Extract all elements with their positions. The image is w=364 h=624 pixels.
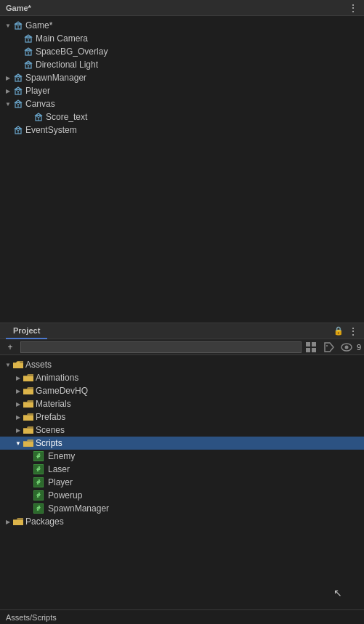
project-item-spawn-manager-script[interactable]: # SpawnManager bbox=[0, 502, 364, 515]
lock-icon[interactable]: 🔒 bbox=[333, 326, 344, 336]
laser-script-icon: # bbox=[33, 464, 44, 474]
project-item-powerup[interactable]: # Powerup bbox=[0, 489, 364, 502]
project-item-prefabs[interactable]: Prefabs bbox=[0, 410, 364, 424]
svg-marker-1 bbox=[15, 22, 21, 24]
svg-marker-26 bbox=[15, 87, 21, 89]
hierarchy-item-player[interactable]: Player bbox=[0, 84, 364, 97]
eye-icon[interactable] bbox=[339, 341, 354, 354]
cursor-indicator: ↖ bbox=[333, 587, 342, 599]
root-cube-icon bbox=[13, 20, 23, 31]
canvas-icon bbox=[13, 99, 23, 109]
svg-marker-49 bbox=[325, 343, 333, 352]
svg-marker-16 bbox=[25, 61, 31, 63]
project-item-assets[interactable]: Assets bbox=[0, 358, 364, 371]
gamedevhq-folder-icon bbox=[23, 386, 33, 396]
animations-folder-icon bbox=[23, 373, 33, 383]
hierarchy-item-event-system[interactable]: EventSystem bbox=[0, 123, 364, 137]
spawn-manager-script-icon: # bbox=[33, 503, 44, 514]
hierarchy-item-main-camera[interactable]: Main Camera bbox=[0, 32, 364, 45]
project-item-laser[interactable]: # Laser bbox=[0, 463, 364, 476]
spacebg-icon bbox=[23, 46, 33, 57]
animations-label: Animations bbox=[36, 373, 78, 383]
prefabs-arrow bbox=[13, 412, 23, 422]
project-header: Project 🔒 ⋮ bbox=[0, 323, 364, 339]
enemy-label: Enemy bbox=[48, 451, 75, 461]
svg-rect-47 bbox=[306, 348, 310, 352]
canvas-arrow bbox=[3, 99, 13, 109]
directional-light-icon bbox=[23, 60, 33, 70]
scenes-arrow bbox=[13, 425, 23, 435]
spawn-manager-script-label: SpawnManager bbox=[48, 503, 109, 514]
materials-folder-icon bbox=[23, 399, 33, 409]
svg-rect-48 bbox=[312, 348, 316, 352]
assets-label: Assets bbox=[25, 360, 52, 370]
score-text-label: Score_text bbox=[46, 112, 87, 122]
event-system-label: EventSystem bbox=[25, 125, 77, 135]
materials-label: Materials bbox=[36, 399, 71, 409]
project-tabs: Project bbox=[6, 323, 47, 339]
status-bar: Assets/Scripts bbox=[0, 609, 364, 624]
spawn-manager-arrow bbox=[3, 73, 13, 83]
scripts-arrow bbox=[13, 438, 23, 448]
tab-project[interactable]: Project bbox=[6, 323, 47, 339]
canvas-label: Canvas bbox=[25, 99, 55, 109]
hierarchy-panel: Game* ⋮ Game* bbox=[0, 0, 364, 323]
powerup-script-icon: # bbox=[33, 490, 44, 501]
project-item-scripts[interactable]: Scripts bbox=[0, 437, 364, 450]
hierarchy-menu-icon[interactable]: ⋮ bbox=[348, 2, 358, 14]
hierarchy-root-item[interactable]: Game* bbox=[0, 19, 364, 32]
project-item-materials[interactable]: Materials bbox=[0, 397, 364, 410]
enemy-script-icon: # bbox=[33, 451, 44, 461]
spawn-manager-icon bbox=[13, 73, 23, 83]
project-menu-icon[interactable]: ⋮ bbox=[348, 325, 358, 337]
hierarchy-item-score-text[interactable]: Score_text bbox=[0, 110, 364, 123]
search-input[interactable] bbox=[20, 341, 302, 353]
svg-rect-46 bbox=[312, 342, 316, 347]
add-button[interactable]: + bbox=[3, 341, 17, 354]
animations-arrow bbox=[13, 373, 23, 383]
hierarchy-item-canvas[interactable]: Canvas bbox=[0, 97, 364, 110]
packages-label: Packages bbox=[25, 516, 64, 527]
directional-light-label: Directional Light bbox=[36, 60, 98, 70]
scenes-folder-icon bbox=[23, 425, 33, 435]
svg-point-50 bbox=[326, 345, 328, 347]
project-item-scenes[interactable]: Scenes bbox=[0, 424, 364, 437]
project-item-packages[interactable]: Packages bbox=[0, 515, 364, 528]
view-toggle-icon[interactable] bbox=[304, 341, 319, 354]
project-item-gamedevhq[interactable]: GameDevHQ bbox=[0, 384, 364, 397]
hierarchy-title: Game* bbox=[6, 4, 31, 12]
assets-folder-icon bbox=[13, 360, 23, 370]
project-header-icons: 🔒 ⋮ bbox=[333, 325, 358, 337]
gamedevhq-arrow bbox=[13, 386, 23, 396]
label-toggle-icon[interactable] bbox=[322, 341, 336, 354]
toolbar-right: 9 bbox=[304, 341, 361, 354]
powerup-label: Powerup bbox=[48, 490, 82, 501]
eye-count: 9 bbox=[357, 343, 361, 352]
laser-label: Laser bbox=[48, 464, 70, 474]
svg-marker-36 bbox=[36, 113, 41, 116]
root-label: Game* bbox=[25, 20, 52, 31]
svg-marker-6 bbox=[25, 35, 31, 37]
scripts-folder-icon bbox=[23, 438, 33, 448]
svg-rect-45 bbox=[306, 342, 310, 347]
spacebg-label: SpaceBG_Overlay bbox=[36, 46, 108, 57]
svg-marker-41 bbox=[15, 126, 21, 129]
packages-folder-icon bbox=[13, 516, 23, 527]
hierarchy-item-directional-light[interactable]: Directional Light bbox=[0, 58, 364, 71]
main-camera-label: Main Camera bbox=[36, 33, 88, 44]
spawn-manager-label: SpawnManager bbox=[25, 73, 86, 83]
svg-marker-21 bbox=[15, 74, 21, 76]
project-item-animations[interactable]: Animations bbox=[0, 371, 364, 384]
hierarchy-item-spawn-manager[interactable]: SpawnManager bbox=[0, 71, 364, 84]
score-text-icon bbox=[33, 112, 44, 122]
scenes-label: Scenes bbox=[36, 425, 65, 435]
project-item-player-script[interactable]: # Player bbox=[0, 476, 364, 489]
player-icon bbox=[13, 86, 23, 96]
svg-point-52 bbox=[344, 345, 348, 349]
main-camera-icon bbox=[23, 33, 33, 44]
project-item-enemy[interactable]: # Enemy bbox=[0, 450, 364, 463]
player-script-icon: # bbox=[33, 477, 44, 487]
assets-arrow bbox=[3, 360, 13, 370]
hierarchy-item-spacebg[interactable]: SpaceBG_Overlay bbox=[0, 45, 364, 58]
root-arrow-icon bbox=[3, 20, 13, 31]
